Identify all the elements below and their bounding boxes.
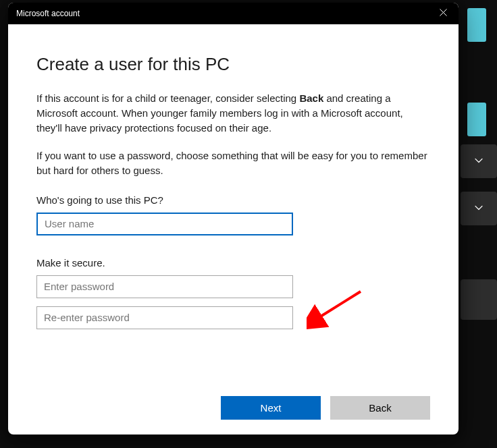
intro-text-pre: If this account is for a child or teenag… (36, 92, 299, 104)
intro-paragraph: If this account is for a child or teenag… (36, 91, 430, 135)
page-title: Create a user for this PC (36, 54, 430, 75)
svg-line-0 (317, 291, 361, 318)
password-confirm-input[interactable] (36, 306, 293, 329)
intro-text-bold: Back (299, 92, 323, 104)
close-button[interactable] (427, 3, 459, 24)
chevron-down-icon (475, 202, 483, 215)
window-title: Microsoft account (16, 9, 80, 18)
titlebar: Microsoft account (8, 3, 459, 24)
bg-accent-tile (467, 103, 486, 136)
bg-accent-tile (467, 8, 486, 42)
annotation-arrow (307, 286, 367, 333)
secure-section-label: Make it secure. (36, 257, 430, 269)
dialog-content: Create a user for this PC If this accoun… (8, 24, 459, 435)
dialog-footer: Next Back (36, 384, 430, 420)
username-input[interactable] (36, 213, 293, 235)
bg-panel (461, 279, 497, 320)
bg-panel (461, 144, 497, 178)
account-dialog: Microsoft account Create a user for this… (8, 3, 459, 435)
chevron-down-icon (475, 155, 483, 167)
password-input[interactable] (36, 275, 293, 298)
bg-panel (461, 192, 497, 225)
back-button[interactable]: Back (330, 396, 430, 420)
password-hint-paragraph: If you want to use a password, choose so… (36, 148, 430, 178)
close-icon (440, 9, 447, 18)
next-button[interactable]: Next (221, 396, 321, 420)
username-section-label: Who's going to use this PC? (36, 194, 430, 206)
